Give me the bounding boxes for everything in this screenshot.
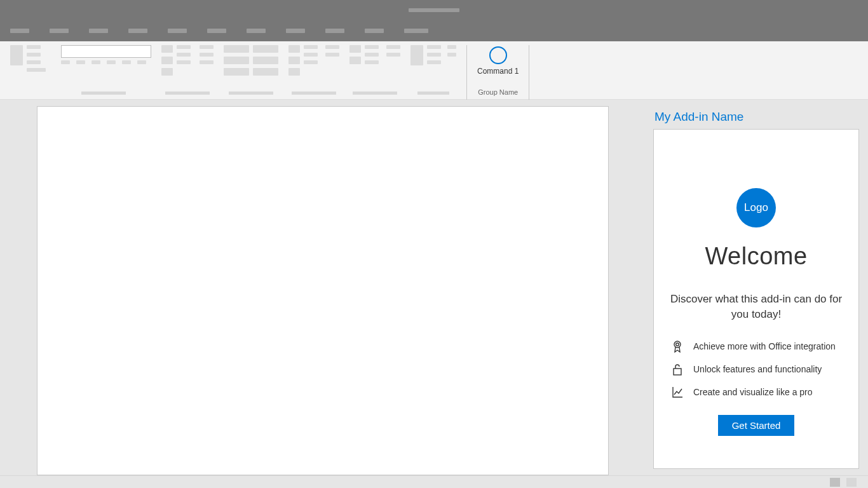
ribbon-tab-placeholder[interactable]	[325, 29, 344, 33]
ribbon-tab-placeholder[interactable]	[10, 29, 29, 33]
taskpane: My Add-in Name Logo Welcome Discover wha…	[653, 100, 868, 475]
feature-text: Create and visualize like a pro	[693, 387, 813, 397]
document-workspace: My Add-in Name Logo Welcome Discover wha…	[0, 100, 868, 475]
document-canvas[interactable]	[37, 106, 609, 475]
command-1-button[interactable]: Command 1	[475, 45, 521, 77]
command-circle-icon	[489, 46, 507, 64]
ribbon-group-placeholder	[156, 45, 219, 100]
ribbon-tab-placeholder[interactable]	[128, 29, 147, 33]
window-titlebar	[0, 0, 868, 20]
ribbon-group-placeholder	[283, 45, 344, 100]
svg-point-0	[674, 341, 681, 348]
titlebar-placeholder	[409, 8, 459, 12]
chart-icon	[672, 386, 683, 398]
feature-item: Create and visualize like a pro	[672, 386, 813, 398]
ribbon-tab-placeholder[interactable]	[404, 29, 428, 33]
ribbon-tab-placeholder[interactable]	[365, 29, 384, 33]
taskpane-body: Logo Welcome Discover what this add-in c…	[653, 129, 859, 469]
feature-list: Achieve more with Office integration Unl…	[665, 340, 847, 398]
ribbon-group-name-label: Group Name	[478, 88, 518, 98]
ribbon-group-placeholder	[5, 45, 51, 100]
document-canvas-wrap	[0, 100, 653, 475]
svg-rect-2	[674, 369, 681, 375]
unlock-icon	[672, 363, 683, 376]
taskpane-title: My Add-in Name	[653, 106, 859, 129]
feature-text: Achieve more with Office integration	[693, 341, 836, 351]
view-mode-button[interactable]	[830, 478, 840, 487]
get-started-button[interactable]: Get Started	[718, 415, 795, 436]
ribbon-tabstrip	[0, 20, 868, 41]
feature-text: Unlock features and functionality	[693, 364, 822, 374]
ribbon: Command 1 Group Name	[0, 41, 868, 100]
welcome-heading: Welcome	[705, 243, 807, 270]
welcome-subheading: Discover what this add-in can do for you…	[665, 292, 847, 322]
ribbon-group-placeholder	[405, 45, 461, 100]
view-mode-button[interactable]	[846, 478, 857, 487]
addin-logo-text: Logo	[744, 201, 768, 214]
ribbon-tab-placeholder[interactable]	[168, 29, 187, 33]
ribbon-tab-placeholder[interactable]	[207, 29, 226, 33]
ribbon-tab-placeholder[interactable]	[89, 29, 108, 33]
ribbon-tab-placeholder[interactable]	[247, 29, 266, 33]
feature-item: Achieve more with Office integration	[672, 340, 836, 353]
ribbon-badge-icon	[672, 340, 683, 353]
ribbon-group-placeholder	[51, 45, 156, 100]
status-bar	[0, 475, 868, 488]
ribbon-tab-placeholder[interactable]	[286, 29, 305, 33]
ribbon-input-placeholder[interactable]	[61, 45, 151, 58]
feature-item: Unlock features and functionality	[672, 363, 822, 376]
ribbon-group-placeholder	[219, 45, 283, 100]
ribbon-group-placeholder	[344, 45, 405, 100]
ribbon-tab-placeholder[interactable]	[50, 29, 69, 33]
command-1-label: Command 1	[477, 67, 519, 76]
svg-point-1	[676, 342, 679, 346]
ribbon-group-addin: Command 1 Group Name	[466, 45, 529, 100]
addin-logo: Logo	[736, 188, 776, 227]
